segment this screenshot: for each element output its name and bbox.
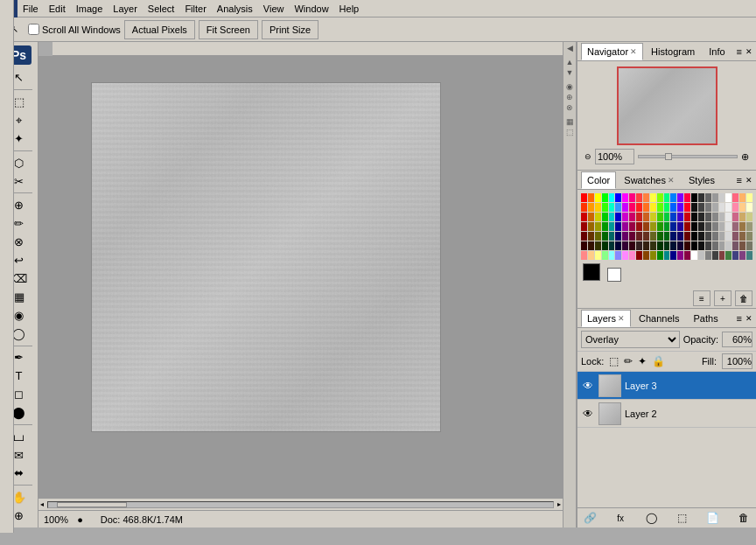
color-swatch[interactable] <box>705 251 711 260</box>
color-swatch[interactable] <box>664 251 670 260</box>
color-swatch[interactable] <box>602 193 608 202</box>
color-swatch[interactable] <box>684 222 690 231</box>
color-swatch[interactable] <box>650 193 656 202</box>
color-swatch[interactable] <box>629 213 635 221</box>
foreground-color[interactable] <box>583 263 600 281</box>
color-btn-2[interactable]: + <box>714 290 732 306</box>
layers-link-button[interactable]: 🔗 <box>581 510 598 526</box>
color-swatch[interactable] <box>691 251 697 260</box>
opacity-input[interactable] <box>722 332 752 347</box>
color-swatch[interactable] <box>615 193 621 202</box>
menu-select[interactable]: Select <box>143 0 180 17</box>
color-swatch[interactable] <box>705 213 711 221</box>
print-size-button[interactable]: Print Size <box>262 20 318 39</box>
color-swatch[interactable] <box>705 232 711 241</box>
color-swatch[interactable] <box>698 193 704 202</box>
color-swatch[interactable] <box>677 241 683 250</box>
color-swatch[interactable] <box>588 232 594 241</box>
color-swatch[interactable] <box>615 222 621 231</box>
menu-window[interactable]: Window <box>289 0 333 17</box>
color-swatch[interactable] <box>705 222 711 231</box>
color-swatch[interactable] <box>595 193 601 202</box>
color-btn-1[interactable]: ≡ <box>693 290 710 306</box>
layers-panel-close[interactable]: ✕ <box>746 314 752 323</box>
color-swatch[interactable] <box>650 222 656 231</box>
color-swatch[interactable] <box>670 213 676 221</box>
color-swatch[interactable] <box>698 203 704 212</box>
color-swatch[interactable] <box>739 193 746 202</box>
color-swatch[interactable] <box>650 251 656 260</box>
color-swatch[interactable] <box>657 251 663 260</box>
color-swatch[interactable] <box>698 213 704 221</box>
color-swatch[interactable] <box>725 213 732 221</box>
color-swatch[interactable] <box>602 222 608 231</box>
zoom-in-icon[interactable]: ⊕ <box>741 151 749 163</box>
color-swatch[interactable] <box>732 213 738 221</box>
color-swatch[interactable] <box>684 213 690 221</box>
tab-histogram[interactable]: Histogram <box>645 43 701 60</box>
mid-icon-8[interactable]: ⬚ <box>566 128 574 136</box>
scroll-track-h[interactable] <box>47 501 554 508</box>
color-swatch[interactable] <box>588 203 594 212</box>
color-swatch[interactable] <box>629 203 635 212</box>
lock-paint-icon[interactable]: ✏ <box>624 355 633 367</box>
color-swatch[interactable] <box>746 213 752 221</box>
color-swatch[interactable] <box>643 203 649 212</box>
color-swatch[interactable] <box>622 251 628 260</box>
color-swatch[interactable] <box>664 222 670 231</box>
color-swatch[interactable] <box>746 193 752 202</box>
color-swatch[interactable] <box>684 241 690 250</box>
menu-help[interactable]: Help <box>334 0 365 17</box>
menu-analysis[interactable]: Analysis <box>212 0 258 17</box>
layers-new-button[interactable]: 📄 <box>704 510 722 526</box>
menu-edit[interactable]: Edit <box>44 0 71 17</box>
color-options[interactable]: ≡ <box>737 175 742 185</box>
lock-transparency-icon[interactable]: ⬚ <box>609 355 619 367</box>
tab-color[interactable]: Color <box>581 171 616 189</box>
color-swatch[interactable] <box>609 203 615 212</box>
fit-screen-button[interactable]: Fit Screen <box>199 20 258 39</box>
color-swatch[interactable] <box>588 213 594 221</box>
navigator-tab-close[interactable]: ✕ <box>630 47 637 56</box>
mid-icon-1[interactable]: ◀ <box>567 44 573 52</box>
color-swatch[interactable] <box>615 203 621 212</box>
color-swatch[interactable] <box>602 251 608 260</box>
color-swatch[interactable] <box>677 232 683 241</box>
tab-info[interactable]: Info <box>703 43 731 60</box>
color-swatch[interactable] <box>712 203 718 212</box>
color-swatch[interactable] <box>670 193 676 202</box>
layers-group-button[interactable]: ⬚ <box>674 510 691 526</box>
color-swatch[interactable] <box>705 203 711 212</box>
tab-channels[interactable]: Channels <box>633 310 685 327</box>
layers-options[interactable]: ≡ <box>737 313 742 324</box>
color-swatch[interactable] <box>664 213 670 221</box>
menu-image[interactable]: Image <box>71 0 108 17</box>
blend-mode-select[interactable]: Overlay <box>581 331 680 348</box>
color-swatch[interactable] <box>602 213 608 221</box>
menu-layer[interactable]: Layer <box>108 0 143 17</box>
color-swatch[interactable] <box>609 222 615 231</box>
color-swatch[interactable] <box>622 222 628 231</box>
menu-view[interactable]: View <box>258 0 290 17</box>
color-swatch[interactable] <box>719 222 725 231</box>
color-swatch[interactable] <box>670 222 676 231</box>
mid-icon-2[interactable]: ▲ <box>566 58 574 66</box>
color-swatch[interactable] <box>636 222 642 231</box>
scroll-all-checkbox[interactable] <box>28 24 39 35</box>
mid-icon-5[interactable]: ⊕ <box>566 93 573 101</box>
color-swatch[interactable] <box>650 213 656 221</box>
color-swatch[interactable] <box>705 241 711 250</box>
lock-all-icon[interactable]: 🔒 <box>652 355 665 367</box>
canvas-viewport[interactable]: ◂ ▸ <box>38 56 563 510</box>
actual-pixels-button[interactable]: Actual Pixels <box>124 20 195 39</box>
scroll-right-button[interactable]: ▸ <box>556 500 563 508</box>
color-swatch[interactable] <box>719 213 725 221</box>
color-swatch[interactable] <box>712 222 718 231</box>
color-swatch[interactable] <box>636 213 642 221</box>
swatches-tab-close[interactable]: ✕ <box>668 176 675 185</box>
color-swatch[interactable] <box>698 241 704 250</box>
color-swatch[interactable] <box>746 203 752 212</box>
color-swatch[interactable] <box>588 241 594 250</box>
mid-icon-7[interactable]: ▦ <box>566 117 574 126</box>
color-swatch[interactable] <box>739 241 746 250</box>
